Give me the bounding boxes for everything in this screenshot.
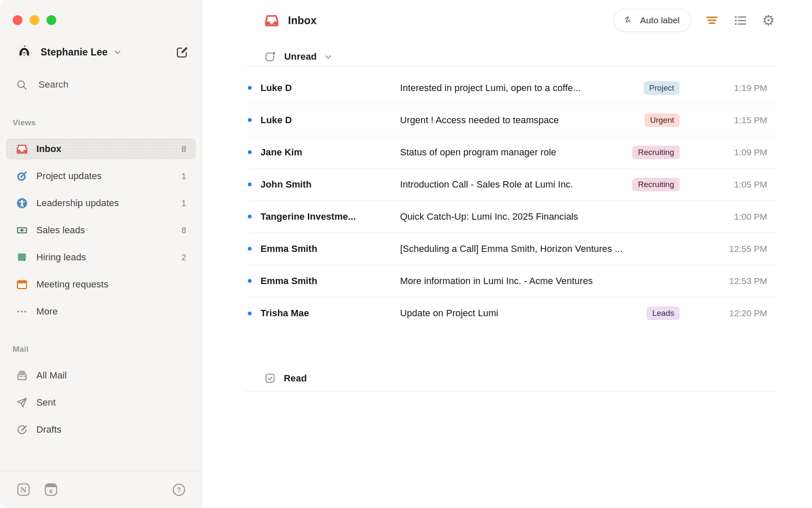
main-header: Inbox Auto label <box>203 0 812 41</box>
calendar-app-icon[interactable]: 6 <box>44 483 58 496</box>
email-tag-badge: Project <box>644 81 680 95</box>
unread-dot <box>248 182 252 186</box>
email-subject: [Scheduling a Call] Emma Smith, Horizon … <box>400 243 680 254</box>
email-row[interactable]: Emma Smith [Scheduling a Call] Emma Smit… <box>245 233 776 265</box>
email-tag-badge: Leads <box>647 306 680 320</box>
svg-text:?: ? <box>177 486 181 493</box>
search-icon <box>16 79 27 91</box>
sidebar-item-label: All Mail <box>36 370 67 381</box>
read-section-header[interactable]: Read <box>245 365 776 392</box>
sidebar-footer: N 6 ? <box>0 471 202 508</box>
email-time: 12:53 PM <box>712 276 767 286</box>
auto-label-icon <box>623 15 635 26</box>
app-window: Stephanie Lee Search Views Inbox 8 P <box>0 0 812 508</box>
sidebar-item-project-updates[interactable]: Project updates 1 <box>6 166 196 187</box>
minimize-button[interactable] <box>30 15 39 25</box>
email-time: 1:09 PM <box>712 147 767 157</box>
unread-dot <box>248 279 252 283</box>
sidebar-item-more[interactable]: More <box>6 301 196 322</box>
unread-section-header[interactable]: Unread <box>245 47 776 66</box>
email-time: 12:20 PM <box>712 308 767 318</box>
unread-icon <box>264 51 276 63</box>
email-row[interactable]: Trisha Mae Update on Project Lumi Leads … <box>245 297 776 329</box>
svg-text:N: N <box>20 486 27 494</box>
unread-rows: Luke D Interested in project Lumi, open … <box>245 66 776 329</box>
sidebar-item-count: 8 <box>181 226 186 235</box>
views-nav: Inbox 8 Project updates 1 Leadership upd… <box>0 138 202 322</box>
email-sender: Luke D <box>261 115 400 126</box>
email-tag-badge: Recruiting <box>632 178 680 191</box>
sidebar-item-label: Drafts <box>36 424 61 435</box>
compose-icon[interactable] <box>176 46 189 59</box>
help-icon[interactable]: ? <box>172 483 186 497</box>
search[interactable]: Search <box>16 78 202 91</box>
email-subject: More information in Lumi Inc. - Acme Ven… <box>400 276 680 287</box>
email-row[interactable]: Tangerine Investme... Quick Catch-Up: Lu… <box>245 201 776 233</box>
allmail-icon <box>16 370 28 381</box>
sidebar-item-label: Meeting requests <box>36 279 108 290</box>
send-icon <box>16 397 28 409</box>
email-sender: Trisha Mae <box>261 308 400 319</box>
sidebar-item-label: Sent <box>36 397 56 408</box>
sidebar-item-label: Inbox <box>36 144 61 155</box>
chevron-down-icon <box>324 52 333 61</box>
email-tag-badge: Urgent <box>645 113 680 127</box>
email-subject: Urgent ! Access needed to teamspace <box>400 115 645 126</box>
sidebar-item-label: Leadership updates <box>36 198 119 209</box>
email-time: 12:55 PM <box>712 244 767 254</box>
banknote-icon <box>16 224 28 236</box>
email-row[interactable]: Emma Smith More information in Lumi Inc.… <box>245 265 776 297</box>
note-icon <box>16 251 28 263</box>
sidebar-item-leadership-updates[interactable]: Leadership updates 1 <box>6 193 196 214</box>
sidebar-item-meeting-requests[interactable]: Meeting requests <box>6 274 196 295</box>
sidebar-item-count: 1 <box>181 199 186 208</box>
svg-text:6: 6 <box>49 488 52 494</box>
accessibility-icon <box>16 197 28 209</box>
chevron-down-icon[interactable] <box>113 47 122 57</box>
close-button[interactable] <box>13 15 22 25</box>
filter-icon[interactable] <box>704 13 719 28</box>
email-row[interactable]: Luke D Interested in project Lumi, open … <box>245 72 776 104</box>
sidebar-item-inbox[interactable]: Inbox 8 <box>6 138 196 160</box>
avatar <box>16 44 33 61</box>
unread-label: Unread <box>284 51 317 62</box>
notion-logo-icon[interactable]: N <box>17 483 30 496</box>
unread-dot <box>248 312 252 315</box>
email-sender: Luke D <box>261 83 400 94</box>
sidebar-item-label: More <box>36 306 58 317</box>
email-time: 1:15 PM <box>712 115 767 125</box>
email-list: Unread Luke D Interested in project Lumi… <box>245 47 776 392</box>
email-subject: Update on Project Lumi <box>400 308 647 319</box>
unread-dot <box>248 150 252 154</box>
sidebar-item-sales-leads[interactable]: Sales leads 8 <box>6 220 196 241</box>
sidebar-item-all-mail[interactable]: All Mail <box>6 365 196 386</box>
auto-label-text: Auto label <box>640 15 680 25</box>
email-tag-badge: Recruiting <box>632 146 680 159</box>
email-row[interactable]: Jane Kim Status of open program manager … <box>245 136 776 168</box>
email-subject: Interested in project Lumi, open to a co… <box>400 83 644 94</box>
main-area: Inbox Auto label <box>203 0 812 508</box>
calendar-icon <box>16 279 28 290</box>
sidebar-item-drafts[interactable]: Drafts <box>6 419 196 440</box>
email-time: 1:05 PM <box>712 179 767 190</box>
unread-dot <box>248 118 252 122</box>
window-controls <box>0 0 202 25</box>
unread-dot <box>248 86 252 90</box>
settings-gear-icon[interactable]: ⚙ <box>761 13 776 28</box>
account-switcher[interactable]: Stephanie Lee <box>16 44 189 61</box>
email-row[interactable]: Luke D Urgent ! Access needed to teamspa… <box>245 104 776 136</box>
sidebar-item-count: 8 <box>181 144 186 154</box>
zoom-button[interactable] <box>47 15 56 25</box>
read-label: Read <box>284 373 307 384</box>
sidebar-item-sent[interactable]: Sent <box>6 392 196 413</box>
email-subject: Introduction Call - Sales Role at Lumi I… <box>400 179 632 190</box>
auto-label-button[interactable]: Auto label <box>614 9 691 32</box>
list-view-icon[interactable] <box>732 13 748 28</box>
sidebar: Stephanie Lee Search Views Inbox 8 P <box>0 0 202 508</box>
email-row[interactable]: John Smith Introduction Call - Sales Rol… <box>245 168 776 201</box>
sidebar-item-hiring-leads[interactable]: Hiring leads 2 <box>6 247 196 268</box>
email-time: 1:00 PM <box>712 212 767 222</box>
unread-dot <box>248 247 252 251</box>
email-sender: John Smith <box>261 179 400 190</box>
read-checkbox-icon <box>264 373 276 384</box>
